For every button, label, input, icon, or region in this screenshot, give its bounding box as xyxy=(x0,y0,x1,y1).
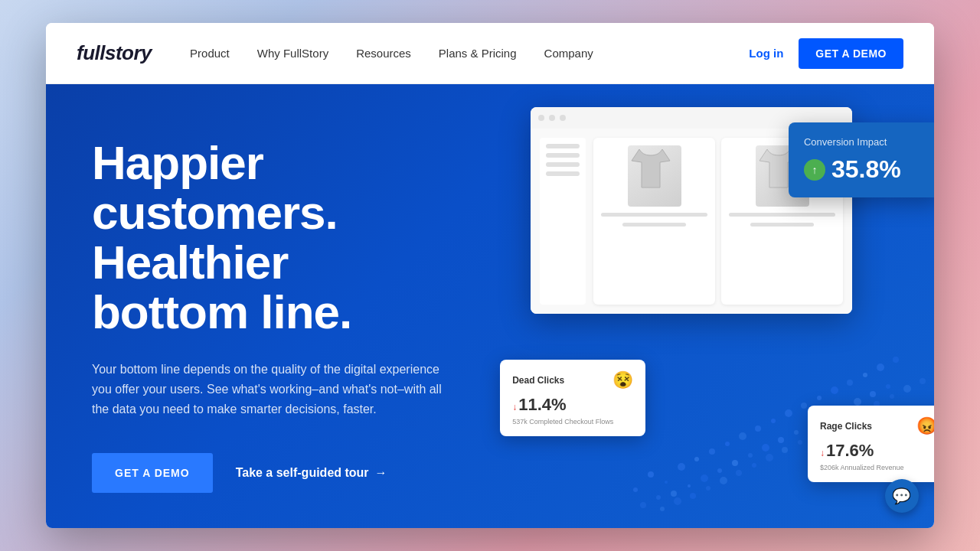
svg-point-22 xyxy=(717,468,722,473)
svg-point-15 xyxy=(863,373,867,377)
svg-point-23 xyxy=(732,460,738,466)
login-link[interactable]: Log in xyxy=(749,47,783,60)
product-bar xyxy=(601,213,707,217)
svg-point-33 xyxy=(886,384,890,389)
product-card-1 xyxy=(593,138,715,305)
svg-point-38 xyxy=(706,486,710,491)
rage-clicks-sub: $206k Annualized Revenue xyxy=(820,464,934,471)
dead-clicks-emoji: 😵 xyxy=(612,370,633,390)
mockup-nav-item xyxy=(546,171,580,176)
rage-clicks-card: Rage Clicks 😡 ↓17.6% $206k Annualized Re… xyxy=(808,406,934,482)
hero-right: Conversion Impact ↑ 35.8% Dead Clicks 😵 … xyxy=(508,84,934,528)
svg-point-21 xyxy=(701,474,708,482)
rage-clicks-arrow: ↓ xyxy=(820,448,825,458)
svg-point-41 xyxy=(752,463,756,468)
svg-point-6 xyxy=(725,442,730,446)
svg-point-36 xyxy=(674,497,681,505)
nav-demo-button[interactable]: GET A DEMO xyxy=(799,38,903,69)
mockup-nav-item xyxy=(546,162,580,167)
hero-actions: GET A DEMO Take a self-guided tour → xyxy=(92,453,508,493)
rage-clicks-header: Rage Clicks 😡 xyxy=(820,416,934,436)
svg-point-4 xyxy=(694,457,699,461)
svg-point-1 xyxy=(648,471,654,478)
svg-point-35 xyxy=(660,507,665,511)
hero-tour-link[interactable]: Take a self-guided tour → xyxy=(236,466,387,480)
rage-clicks-value: ↓17.6% xyxy=(820,441,934,461)
svg-point-44 xyxy=(798,440,802,445)
svg-point-34 xyxy=(640,502,646,508)
nav-item-company[interactable]: Company xyxy=(544,47,593,60)
rage-clicks-emoji: 😡 xyxy=(916,416,934,436)
chat-bubble-button[interactable]: 💬 xyxy=(885,479,919,513)
dead-clicks-value: ↓11.4% xyxy=(512,395,633,415)
svg-point-51 xyxy=(903,385,911,393)
chat-icon: 💬 xyxy=(892,487,911,505)
svg-point-10 xyxy=(785,409,792,417)
logo[interactable]: fullstory xyxy=(77,41,152,65)
hero-left: Happier customers. Healthier bottom line… xyxy=(46,84,508,528)
product-bar-short xyxy=(750,223,814,227)
svg-point-50 xyxy=(890,394,894,399)
hero-headline: Happier customers. Healthier bottom line… xyxy=(92,138,508,337)
svg-point-27 xyxy=(794,430,799,435)
svg-point-16 xyxy=(877,364,884,371)
mockup-dot-3 xyxy=(560,115,566,121)
mockup-nav-item xyxy=(546,144,580,148)
dead-clicks-sub: 537k Completed Checkout Flows xyxy=(512,418,633,425)
svg-point-20 xyxy=(688,484,691,487)
svg-point-31 xyxy=(854,398,861,406)
conversion-label: Conversion Impact xyxy=(804,136,926,148)
svg-point-3 xyxy=(678,463,685,471)
conversion-impact-card: Conversion Impact ↑ 35.8% xyxy=(789,122,934,197)
hero-section: Happier customers. Healthier bottom line… xyxy=(46,84,934,528)
hero-demo-button[interactable]: GET A DEMO xyxy=(92,453,213,493)
svg-point-39 xyxy=(720,477,727,484)
mockup-dot-1 xyxy=(538,115,544,121)
tshirt-image-1 xyxy=(628,145,681,207)
nav-links: Product Why FullStory Resources Plans & … xyxy=(190,47,749,60)
conversion-percentage: 35.8% xyxy=(831,155,901,184)
mockup-sidebar xyxy=(540,138,586,305)
nav-item-product[interactable]: Product xyxy=(190,47,230,60)
browser-window: fullstory Product Why FullStory Resource… xyxy=(46,23,934,528)
dead-clicks-card: Dead Clicks 😵 ↓11.4% 537k Completed Chec… xyxy=(500,360,645,436)
svg-point-42 xyxy=(766,454,773,461)
product-bar-short xyxy=(622,223,686,227)
nav-actions: Log in GET A DEMO xyxy=(749,38,903,69)
svg-point-13 xyxy=(831,386,838,394)
svg-point-26 xyxy=(778,437,784,443)
svg-point-8 xyxy=(755,425,761,432)
svg-point-32 xyxy=(870,391,876,397)
svg-point-11 xyxy=(801,403,807,409)
svg-point-5 xyxy=(709,448,715,455)
svg-point-9 xyxy=(771,419,776,423)
svg-point-19 xyxy=(671,491,677,497)
svg-point-25 xyxy=(762,444,769,452)
dead-clicks-arrow: ↓ xyxy=(512,402,517,412)
svg-point-40 xyxy=(736,470,742,476)
svg-point-14 xyxy=(847,380,853,386)
svg-point-12 xyxy=(817,396,822,400)
nav-item-why-fullstory[interactable]: Why FullStory xyxy=(257,47,328,60)
product-bar xyxy=(729,213,835,217)
svg-point-24 xyxy=(748,453,753,458)
hero-description: Your bottom line depends on the quality … xyxy=(92,360,444,419)
svg-point-17 xyxy=(893,357,899,363)
svg-point-43 xyxy=(782,447,788,453)
dead-clicks-header: Dead Clicks 😵 xyxy=(512,370,633,390)
svg-point-37 xyxy=(690,493,696,499)
conversion-value-row: ↑ 35.8% xyxy=(804,155,926,184)
navbar: fullstory Product Why FullStory Resource… xyxy=(46,23,934,84)
mockup-nav-item xyxy=(546,153,580,158)
nav-item-resources[interactable]: Resources xyxy=(356,47,411,60)
dead-clicks-title: Dead Clicks xyxy=(512,375,564,386)
up-arrow-icon: ↑ xyxy=(804,159,825,181)
svg-point-18 xyxy=(656,495,661,500)
svg-point-0 xyxy=(633,487,638,492)
mockup-dot-2 xyxy=(549,115,555,121)
rage-clicks-title: Rage Clicks xyxy=(820,421,872,432)
svg-point-52 xyxy=(920,378,926,384)
svg-point-2 xyxy=(665,481,668,484)
nav-item-plans-pricing[interactable]: Plans & Pricing xyxy=(439,47,517,60)
svg-point-7 xyxy=(739,432,746,440)
